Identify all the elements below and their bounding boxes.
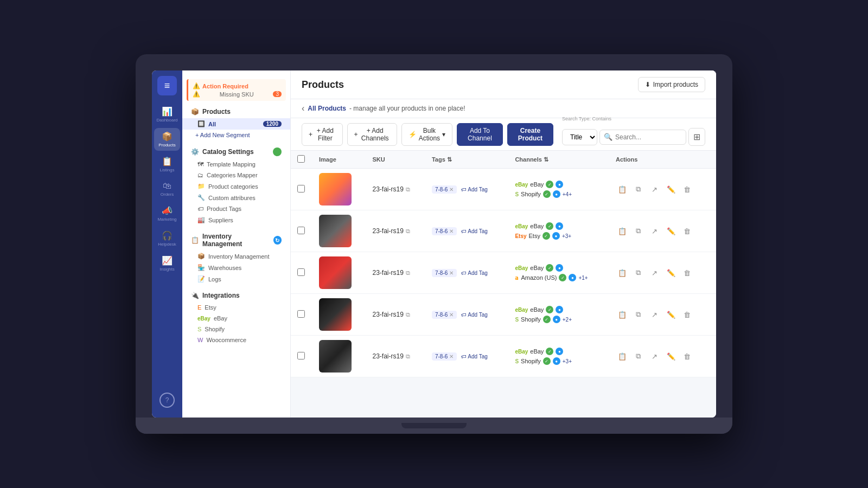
inventory-header[interactable]: 📋 Inventory Management ↻ [182, 230, 290, 251]
tag-remove-0[interactable]: ✕ [449, 187, 454, 192]
delete-action-2[interactable]: 🗑 [681, 266, 694, 279]
sidebar-item-suppliers[interactable]: 🏭 Suppliers [182, 214, 290, 226]
tag-remove-1[interactable]: ✕ [449, 228, 454, 234]
ebay-logo-icon: eBay [515, 182, 528, 188]
add-tag-0[interactable]: 🏷 Add Tag [459, 185, 490, 194]
view-action-4[interactable]: 📋 [616, 350, 629, 363]
add-tag-2[interactable]: 🏷 Add Tag [459, 269, 490, 277]
tag-remove-3[interactable]: ✕ [449, 312, 454, 318]
sidebar-item-custom-attributes[interactable]: 🔧 Custom attribures [182, 192, 290, 203]
export-action-2[interactable]: ↗ [648, 266, 661, 279]
help-button[interactable]: ? [159, 393, 175, 408]
search-type-select[interactable]: Title [562, 129, 597, 145]
export-action-0[interactable]: ↗ [648, 183, 661, 196]
tags-sort-icon[interactable]: ⇅ [447, 156, 452, 163]
edit-action-0[interactable]: ✏️ [665, 183, 678, 196]
add-channels-button[interactable]: + + Add Channels [347, 123, 397, 146]
sidebar-item-warehouses[interactable]: 🏪 Warehouses [182, 262, 290, 273]
channel-more[interactable]: +1+ [578, 275, 588, 281]
sidebar-item-ebay[interactable]: eBay eBay [182, 313, 290, 324]
nav-insights[interactable]: 📈 Insights [154, 252, 180, 275]
sku-copy-4[interactable]: ⧉ [406, 353, 410, 360]
sidebar-item-shopify[interactable]: S Shopify [182, 324, 290, 335]
sku-copy-0[interactable]: ⧉ [406, 186, 410, 193]
add-tag-1[interactable]: 🏷 Add Tag [459, 227, 490, 235]
nav-dashboard[interactable]: 📊 Dashboard [154, 103, 180, 126]
view-action-2[interactable]: 📋 [616, 266, 629, 279]
add-tag-4[interactable]: 🏷 Add Tag [459, 352, 490, 361]
export-action-1[interactable]: ↗ [648, 224, 661, 237]
channel-more[interactable]: +3+ [563, 358, 572, 364]
sidebar-item-logs[interactable]: 📝 Logs [182, 273, 290, 285]
copy-action-0[interactable]: ⧉ [632, 183, 645, 196]
add-to-channel-button[interactable]: Add To Channel [457, 123, 503, 146]
sku-copy-2[interactable]: ⧉ [406, 269, 410, 277]
breadcrumb-back-button[interactable]: ‹ [302, 104, 304, 113]
sku-copy-1[interactable]: ⧉ [406, 228, 410, 235]
add-filter-button[interactable]: + + Add Filter [302, 123, 343, 146]
tag-remove-4[interactable]: ✕ [449, 354, 454, 359]
bulk-label: Bulk Actions [419, 127, 440, 142]
view-action-0[interactable]: 📋 [616, 183, 629, 196]
sidebar-item-categories-mapper[interactable]: 🗂 Categories Mapper [182, 170, 290, 181]
view-action-3[interactable]: 📋 [616, 308, 629, 321]
create-product-button[interactable]: Create Product [507, 123, 553, 146]
channel-more[interactable]: +4+ [563, 191, 572, 197]
nav-listings[interactable]: 📋 Listings [154, 153, 180, 176]
export-action-4[interactable]: ↗ [648, 350, 661, 363]
tag-0: 7-8-6 ✕ [432, 185, 457, 194]
delete-action-0[interactable]: 🗑 [681, 183, 694, 196]
edit-action-3[interactable]: ✏️ [665, 308, 678, 321]
sidebar-item-product-categories[interactable]: 📁 Product categories [182, 181, 290, 192]
add-tag-3[interactable]: 🏷 Add Tag [459, 311, 490, 319]
ebay-logo-icon: eBay [515, 307, 528, 313]
row-checkbox-0[interactable] [297, 185, 305, 192]
copy-action-4[interactable]: ⧉ [632, 350, 645, 363]
catalog-settings-header[interactable]: ⚙️ Catalog Settings [182, 145, 290, 159]
channels-sort-icon[interactable]: ⇅ [544, 156, 548, 163]
row-checkbox-4[interactable] [297, 352, 305, 359]
row-checkbox-2[interactable] [297, 268, 305, 276]
channel-more[interactable]: +2+ [563, 317, 572, 323]
copy-action-3[interactable]: ⧉ [632, 308, 645, 321]
col-image: Image [312, 151, 366, 169]
sidebar-item-woocommerce[interactable]: W Woocommerce [182, 335, 290, 345]
sidebar-item-product-tags[interactable]: 🏷 Product Tags [182, 203, 290, 214]
sku-copy-3[interactable]: ⧉ [406, 311, 410, 318]
copy-action-2[interactable]: ⧉ [632, 266, 645, 279]
integrations-header[interactable]: 🔌 Integrations [182, 289, 290, 302]
row-checkbox-3[interactable] [297, 310, 305, 318]
delete-action-4[interactable]: 🗑 [681, 350, 694, 363]
export-action-3[interactable]: ↗ [648, 308, 661, 321]
import-products-button[interactable]: ⬇ Import products [638, 77, 705, 92]
nav-helpdesk[interactable]: 🎧 Helpdesk [154, 227, 180, 250]
edit-action-1[interactable]: ✏️ [665, 224, 678, 237]
edit-action-2[interactable]: ✏️ [665, 266, 678, 279]
sku-value-3: 23-fai-rs19 [372, 311, 403, 318]
row-checkbox-1[interactable] [297, 227, 305, 234]
channel-more[interactable]: +3+ [562, 233, 571, 239]
view-action-1[interactable]: 📋 [616, 224, 629, 237]
sidebar-item-template-mapping[interactable]: 🗺 Template Mapping [182, 159, 290, 170]
delete-action-1[interactable]: 🗑 [681, 224, 694, 237]
sidebar-item-all[interactable]: 🔲 All 1200 [182, 118, 290, 130]
select-all-checkbox[interactable] [297, 155, 305, 163]
tag-remove-2[interactable]: ✕ [449, 270, 454, 276]
sidebar-item-etsy[interactable]: E Etsy [182, 302, 290, 313]
grid-view-button[interactable]: ⊞ [688, 128, 705, 146]
template-icon: 🗺 [197, 161, 203, 168]
nav-orders[interactable]: 🛍 Orders [154, 178, 180, 200]
app-logo[interactable]: ≡ [157, 76, 177, 95]
copy-action-1[interactable]: ⧉ [632, 224, 645, 237]
status-dot: ● [556, 264, 563, 272]
search-input[interactable] [599, 130, 686, 145]
add-segment-button[interactable]: + Add New Segment [182, 130, 290, 140]
inventory-group: 📋 Inventory Management ↻ 📦 Inventory Man… [182, 228, 290, 287]
sidebar-item-inventory-management[interactable]: 📦 Inventory Management [182, 251, 290, 262]
products-group-header[interactable]: 📦 Products [182, 105, 290, 118]
nav-products[interactable]: 📦 Products [154, 128, 180, 151]
delete-action-3[interactable]: 🗑 [681, 308, 694, 321]
nav-marketing[interactable]: 📣 Marketing [154, 202, 180, 225]
edit-action-4[interactable]: ✏️ [665, 350, 678, 363]
bulk-actions-button[interactable]: ⚡ Bulk Actions ▾ [401, 123, 452, 146]
